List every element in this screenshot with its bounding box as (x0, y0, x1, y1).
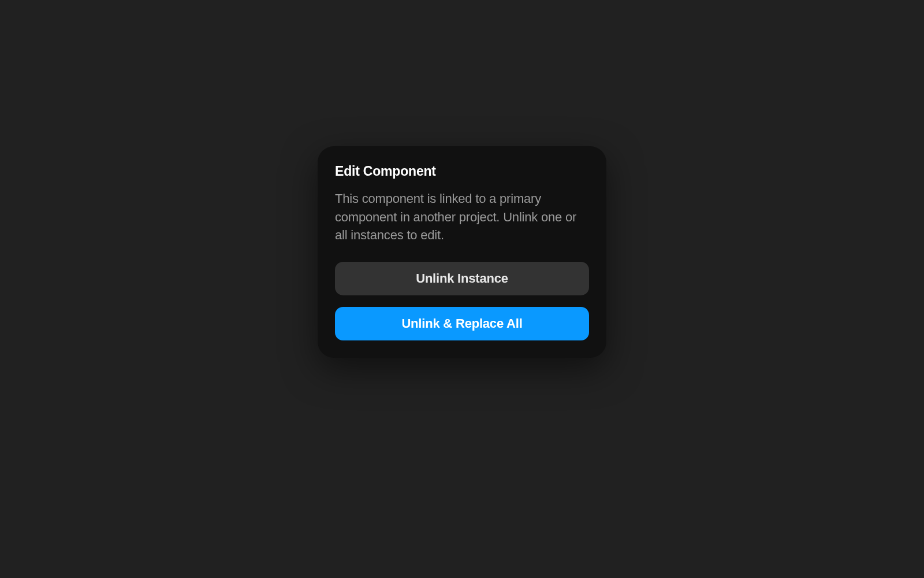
unlink-instance-button[interactable]: Unlink Instance (335, 262, 589, 295)
dialog-body-text: This component is linked to a primary co… (335, 190, 589, 245)
unlink-replace-all-button[interactable]: Unlink & Replace All (335, 307, 589, 340)
edit-component-dialog: Edit Component This component is linked … (318, 146, 606, 358)
dialog-title: Edit Component (335, 164, 589, 179)
